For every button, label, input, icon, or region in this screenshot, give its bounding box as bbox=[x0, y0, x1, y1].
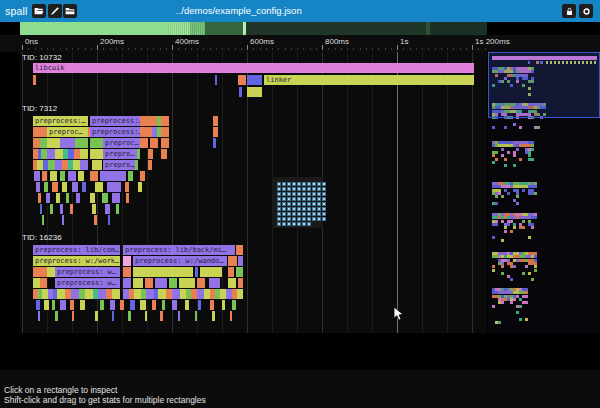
flame-bar[interactable] bbox=[95, 182, 103, 192]
flame-bar[interactable] bbox=[128, 171, 133, 181]
flame-bar[interactable]: preprocess: lib/back/mi… bbox=[123, 245, 235, 255]
flame-bar[interactable] bbox=[82, 182, 86, 192]
flame-bar[interactable] bbox=[130, 300, 135, 310]
flame-bar[interactable] bbox=[60, 300, 66, 310]
flame-bar[interactable] bbox=[140, 138, 148, 148]
flame-bar[interactable] bbox=[55, 149, 63, 159]
flame-bar[interactable]: prepro… bbox=[103, 160, 135, 170]
flame-bar[interactable] bbox=[47, 267, 55, 277]
flame-bar[interactable] bbox=[90, 193, 95, 203]
flame-bar[interactable] bbox=[179, 278, 195, 288]
flame-bar[interactable] bbox=[62, 182, 67, 192]
flame-bar[interactable] bbox=[48, 160, 55, 170]
flame-bar[interactable] bbox=[140, 116, 157, 126]
flame-bar[interactable] bbox=[236, 245, 243, 255]
flame-bar[interactable] bbox=[55, 160, 62, 170]
flame-bar[interactable] bbox=[160, 311, 163, 321]
flame-bar[interactable] bbox=[33, 267, 47, 277]
flame-bar[interactable] bbox=[228, 267, 234, 277]
flame-bar[interactable] bbox=[228, 278, 236, 288]
flame-bar[interactable] bbox=[112, 289, 120, 299]
flame-bar[interactable]: preproc… bbox=[103, 138, 140, 148]
settings-button[interactable] bbox=[579, 4, 593, 18]
flame-bar[interactable] bbox=[60, 138, 75, 148]
flame-bar[interactable] bbox=[195, 267, 198, 277]
flame-bar[interactable] bbox=[92, 204, 96, 214]
flame-bar[interactable] bbox=[210, 300, 214, 310]
flame-bar[interactable] bbox=[133, 267, 193, 277]
flame-bar[interactable] bbox=[230, 311, 232, 321]
flame-bar[interactable] bbox=[123, 256, 131, 266]
flame-bar[interactable] bbox=[102, 193, 108, 203]
flame-bar[interactable] bbox=[120, 300, 124, 310]
flame-bar[interactable]: preproc… bbox=[47, 127, 88, 137]
flame-bar[interactable] bbox=[40, 138, 47, 148]
flame-bar[interactable] bbox=[161, 116, 169, 126]
flame-bar[interactable] bbox=[85, 289, 93, 299]
flame-bar[interactable] bbox=[148, 160, 152, 170]
flame-bar[interactable] bbox=[212, 311, 215, 321]
flame-bar[interactable] bbox=[105, 204, 110, 214]
flame-bar[interactable]: preprocess: w:/work… bbox=[33, 256, 120, 266]
flame-bar[interactable] bbox=[40, 204, 42, 214]
flame-bar[interactable] bbox=[228, 256, 237, 266]
flame-bar[interactable] bbox=[222, 300, 225, 310]
flame-bar[interactable] bbox=[70, 204, 73, 214]
flame-bar[interactable] bbox=[55, 311, 58, 321]
flame-bar[interactable] bbox=[90, 149, 103, 159]
flame-bar[interactable] bbox=[68, 171, 76, 181]
flame-bar[interactable] bbox=[110, 300, 115, 310]
flame-bar[interactable] bbox=[78, 171, 84, 181]
flame-bar[interactable] bbox=[50, 171, 57, 181]
flame-bar[interactable] bbox=[47, 149, 55, 159]
flame-bar[interactable] bbox=[92, 160, 102, 170]
flame-bar[interactable] bbox=[90, 171, 98, 181]
flame-bar[interactable] bbox=[47, 138, 60, 148]
measure-button[interactable] bbox=[48, 4, 62, 18]
flame-bar[interactable] bbox=[56, 193, 60, 203]
flame-bar[interactable] bbox=[44, 182, 48, 192]
flame-bar[interactable] bbox=[158, 289, 166, 299]
flame-bar[interactable] bbox=[98, 289, 106, 299]
flame-bar[interactable] bbox=[123, 267, 131, 277]
flame-bar[interactable] bbox=[57, 289, 65, 299]
flame-bar[interactable] bbox=[38, 193, 41, 203]
flame-bar[interactable] bbox=[238, 75, 246, 85]
flame-bar[interactable] bbox=[236, 267, 243, 277]
flame-bar[interactable] bbox=[185, 300, 189, 310]
flame-bar[interactable] bbox=[123, 278, 131, 288]
flame-bar[interactable]: preprocess:… bbox=[33, 116, 88, 126]
flame-bar[interactable] bbox=[72, 311, 74, 321]
flame-bar[interactable] bbox=[239, 87, 242, 97]
flame-bar[interactable] bbox=[145, 311, 147, 321]
flame-bar[interactable] bbox=[46, 193, 50, 203]
flame-bar[interactable] bbox=[75, 138, 88, 148]
flame-bar[interactable] bbox=[40, 278, 47, 288]
flame-bar[interactable] bbox=[134, 289, 141, 299]
flame-bar[interactable] bbox=[232, 300, 236, 310]
flame-bar[interactable] bbox=[150, 138, 158, 148]
flame-bar[interactable] bbox=[213, 138, 216, 148]
flame-bar[interactable] bbox=[197, 278, 205, 288]
flame-bar[interactable] bbox=[247, 75, 262, 85]
flame-bar[interactable] bbox=[140, 127, 152, 137]
flame-bar[interactable] bbox=[52, 182, 58, 192]
flame-bar[interactable] bbox=[33, 138, 40, 148]
open-file-button[interactable] bbox=[32, 4, 46, 18]
flame-bar[interactable]: preprocess: w… bbox=[55, 267, 120, 277]
flame-bar[interactable] bbox=[172, 289, 180, 299]
flame-bar[interactable] bbox=[60, 171, 65, 181]
flame-bar[interactable] bbox=[36, 300, 40, 310]
flame-bar[interactable] bbox=[145, 278, 153, 288]
flame-bar[interactable] bbox=[140, 300, 146, 310]
flame-bar[interactable] bbox=[42, 215, 44, 225]
flame-bar[interactable] bbox=[213, 127, 218, 137]
flame-bar[interactable] bbox=[161, 127, 169, 137]
flame-bar[interactable] bbox=[70, 300, 74, 310]
flame-bar[interactable] bbox=[138, 182, 142, 192]
flame-bar[interactable] bbox=[197, 289, 204, 299]
flame-bar[interactable] bbox=[33, 278, 40, 288]
flame-bar[interactable] bbox=[128, 311, 131, 321]
flame-bar[interactable] bbox=[135, 160, 138, 170]
flame-bar[interactable]: preprocess: w:/wando… bbox=[133, 256, 227, 266]
